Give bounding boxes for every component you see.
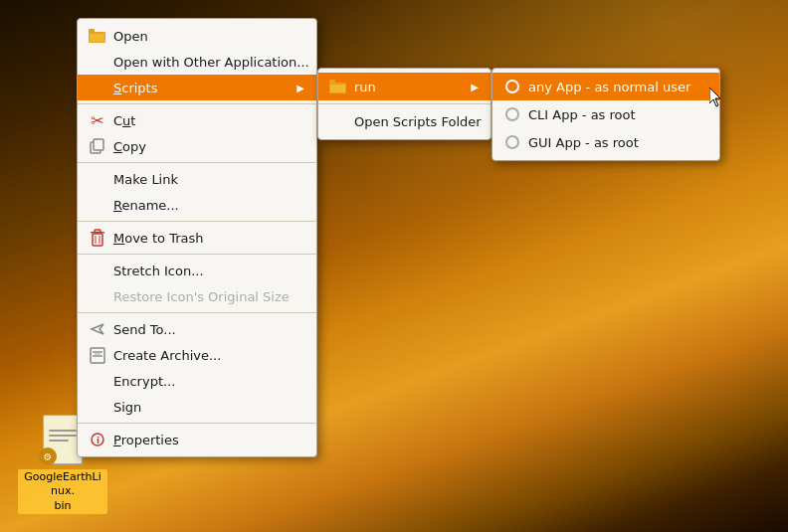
- submenu-run-label: run: [354, 80, 471, 94]
- menu-item-sign[interactable]: Sign: [78, 394, 316, 420]
- submenu-open-scripts-folder[interactable]: Open Scripts Folder: [318, 107, 491, 135]
- send-to-icon: [88, 319, 107, 339]
- menu-item-create-archive[interactable]: Create Archive...: [78, 342, 316, 368]
- stretch-icon: [88, 261, 107, 280]
- menu-item-send-to[interactable]: Send To...: [78, 316, 316, 342]
- scissors-icon: ✂: [88, 110, 107, 130]
- run-folder-icon: [328, 77, 348, 96]
- menu-open-with-label: Open with Other Application...: [113, 55, 309, 70]
- trash-icon: [88, 228, 107, 248]
- menu-item-make-link[interactable]: Make Link: [78, 166, 316, 192]
- gui-app-root-label: GUI App - as root: [528, 135, 707, 150]
- submenu-app-gui-root[interactable]: GUI App - as root: [492, 128, 719, 156]
- svg-rect-6: [93, 234, 102, 246]
- svg-rect-2: [90, 34, 104, 42]
- make-link-icon: [88, 169, 107, 189]
- menu-item-copy[interactable]: Copy: [78, 133, 316, 159]
- svg-rect-11: [93, 351, 102, 353]
- menu-open-label: Open: [113, 29, 304, 44]
- mouse-cursor: [709, 88, 721, 105]
- menu-move-trash-label: Move to Trash: [113, 231, 304, 246]
- rename-icon: [88, 195, 107, 215]
- svg-rect-4: [94, 139, 103, 150]
- menu-item-cut[interactable]: ✂ Cut: [78, 107, 316, 133]
- restore-size-icon: [88, 286, 107, 306]
- any-app-normal-icon: [502, 77, 522, 96]
- open-scripts-folder-label: Open Scripts Folder: [354, 114, 482, 129]
- gui-app-root-icon: [502, 132, 522, 152]
- menu-item-move-trash[interactable]: Move to Trash: [78, 225, 316, 251]
- menu-restore-size-label: Restore Icon's Original Size: [113, 289, 304, 304]
- menu-item-encrypt[interactable]: Encrypt...: [78, 368, 316, 394]
- cli-app-root-label: CLI App - as root: [528, 107, 707, 122]
- submenu-app-cli-root[interactable]: CLI App - as root: [492, 100, 719, 128]
- submenu-run-item[interactable]: run ▶: [318, 73, 491, 100]
- svg-rect-17: [329, 80, 335, 84]
- menu-sign-label: Sign: [113, 400, 304, 415]
- encrypt-icon: [88, 371, 107, 391]
- svg-rect-18: [330, 85, 345, 92]
- separator-3: [78, 221, 316, 222]
- separator-6: [78, 423, 316, 424]
- svg-text:i: i: [97, 436, 99, 445]
- scripts-icon: [88, 78, 107, 97]
- archive-icon: [88, 345, 107, 365]
- cli-app-root-icon: [502, 104, 522, 124]
- menu-item-open-with[interactable]: Open with Other Application...: [78, 49, 316, 75]
- menu-scripts-label: Scripts: [113, 81, 296, 95]
- folder-open-icon: [88, 26, 107, 46]
- properties-icon: i: [88, 430, 107, 449]
- svg-rect-7: [95, 230, 100, 233]
- menu-rename-label: Rename...: [113, 198, 304, 213]
- menu-item-scripts[interactable]: Scripts ▶: [78, 75, 316, 100]
- separator-1: [78, 103, 316, 104]
- file-emblem: ⚙: [39, 447, 57, 465]
- menu-create-archive-label: Create Archive...: [113, 348, 304, 363]
- submenu-run: run ▶ Open Scripts Folder: [317, 68, 492, 140]
- separator-2: [78, 162, 316, 163]
- menu-item-restore-size: Restore Icon's Original Size: [78, 283, 316, 309]
- separator-5: [78, 312, 316, 313]
- submenu-apps: any App - as normal user CLI App - as ro…: [492, 68, 720, 161]
- copy-icon: [88, 136, 107, 156]
- submenu-app-any-normal[interactable]: any App - as normal user: [492, 73, 719, 100]
- menu-encrypt-label: Encrypt...: [113, 374, 304, 389]
- run-arrow-icon: ▶: [471, 82, 479, 92]
- svg-rect-12: [93, 355, 102, 357]
- any-app-normal-label: any App - as normal user: [528, 80, 707, 94]
- scripts-arrow-icon: ▶: [296, 83, 304, 93]
- menu-cut-label: Cut: [113, 113, 304, 128]
- menu-copy-label: Copy: [113, 139, 304, 154]
- menu-stretch-label: Stretch Icon...: [113, 264, 304, 278]
- context-menu: Open Open with Other Application... Scri…: [77, 18, 317, 457]
- menu-send-to-label: Send To...: [113, 322, 304, 337]
- separator-4: [78, 254, 316, 255]
- menu-item-rename[interactable]: Rename...: [78, 192, 316, 218]
- open-scripts-folder-icon: [328, 111, 348, 131]
- menu-make-link-label: Make Link: [113, 172, 304, 187]
- svg-marker-19: [709, 88, 720, 106]
- menu-item-open[interactable]: Open: [78, 23, 316, 49]
- open-with-icon: [88, 52, 107, 72]
- sign-icon: [88, 397, 107, 417]
- file-icon-label: GoogleEarthLinux. bin: [18, 469, 107, 514]
- svg-rect-1: [89, 29, 95, 33]
- menu-properties-label: Properties: [113, 433, 304, 447]
- submenu-run-separator: [318, 103, 491, 104]
- menu-item-stretch[interactable]: Stretch Icon...: [78, 258, 316, 283]
- svg-rect-13: [95, 353, 100, 355]
- menu-item-properties[interactable]: i Properties: [78, 427, 316, 452]
